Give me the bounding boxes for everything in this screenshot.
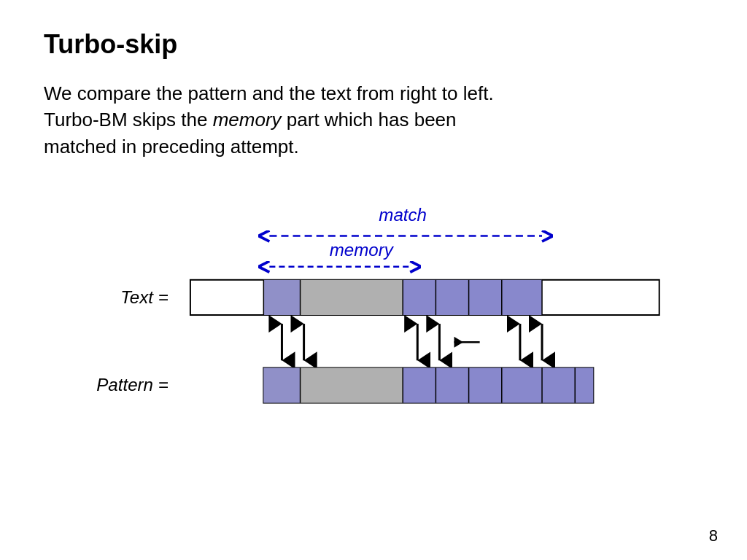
pattern-label: Pattern = — [96, 376, 168, 395]
svg-rect-22 — [301, 368, 403, 403]
page-number: 8 — [709, 526, 718, 545]
body-text: We compare the pattern and the text from… — [44, 80, 703, 160]
svg-rect-21 — [263, 368, 300, 403]
slide-title: Turbo-skip — [44, 29, 703, 60]
diagram-svg: match — [44, 189, 703, 437]
text-label: Text = — [120, 287, 168, 307]
match-label: match — [379, 206, 427, 225]
memory-label: memory — [330, 240, 395, 260]
body-memory-italic: memory — [213, 109, 282, 131]
body-line2-post: part which has been — [282, 109, 457, 131]
svg-rect-23 — [403, 368, 593, 403]
svg-rect-5 — [403, 280, 542, 315]
svg-rect-3 — [263, 280, 300, 315]
diagram-area: match — [44, 189, 703, 437]
body-line3: matched in preceding attempt. — [44, 136, 299, 158]
slide: Turbo-skip We compare the pattern and th… — [0, 0, 747, 560]
body-line2-pre: Turbo-BM skips the — [44, 109, 213, 131]
svg-rect-4 — [301, 280, 403, 315]
body-line1: We compare the pattern and the text from… — [44, 82, 494, 104]
